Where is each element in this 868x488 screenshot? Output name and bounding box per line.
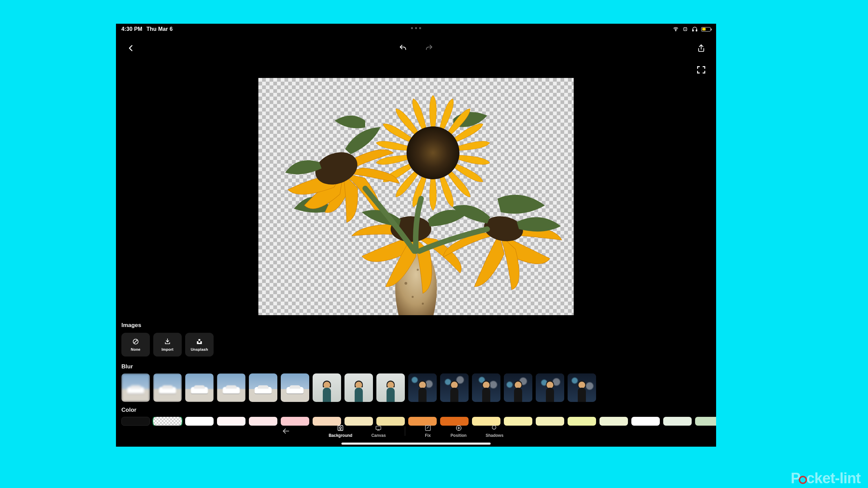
blur-thumb[interactable] <box>185 373 214 402</box>
svg-rect-15 <box>198 339 200 341</box>
blur-thumb[interactable] <box>344 373 373 402</box>
blur-thumb[interactable] <box>281 373 309 402</box>
svg-rect-19 <box>376 426 381 430</box>
tab-background[interactable]: Background <box>329 424 352 438</box>
wifi-icon <box>673 26 679 32</box>
tab-fix-label: Fix <box>425 433 431 438</box>
blur-thumb[interactable] <box>313 373 341 402</box>
share-button[interactable] <box>696 43 707 54</box>
tab-position[interactable]: Position <box>451 424 467 438</box>
blur-thumb[interactable] <box>217 373 245 402</box>
blur-thumb[interactable] <box>376 373 405 402</box>
status-left: 4:30 PM Thu Mar 6 <box>121 26 173 32</box>
svg-point-7 <box>412 296 414 298</box>
tab-canvas[interactable]: Canvas <box>371 424 386 438</box>
status-bar: 4:30 PM Thu Mar 6 <box>116 24 716 35</box>
fullscreen-button[interactable] <box>696 64 707 75</box>
status-time: 4:30 PM <box>121 26 142 32</box>
rotation-lock-icon <box>682 26 688 32</box>
blur-thumb[interactable] <box>536 373 564 402</box>
images-import-label: Import <box>161 347 173 351</box>
images-section-label: Images <box>121 322 711 329</box>
blur-thumb[interactable] <box>472 373 500 402</box>
svg-point-0 <box>675 30 676 31</box>
tab-shadows-label: Shadows <box>486 433 504 438</box>
svg-point-18 <box>339 427 341 429</box>
undo-button[interactable] <box>398 43 409 54</box>
battery-icon <box>701 27 711 32</box>
toolbar-back-button[interactable] <box>280 426 291 436</box>
tab-canvas-label: Canvas <box>371 433 386 438</box>
blur-thumbnail-strip[interactable] <box>121 373 716 402</box>
tab-position-label: Position <box>451 433 467 438</box>
blur-thumb[interactable] <box>440 373 469 402</box>
redo-button[interactable] <box>423 43 434 54</box>
watermark: Pcket-lint <box>791 470 861 487</box>
multitask-pill[interactable] <box>411 27 421 29</box>
blur-thumb[interactable] <box>568 373 596 402</box>
top-toolbar <box>116 39 716 58</box>
subject-image <box>263 80 569 315</box>
headphones-icon <box>692 26 698 32</box>
images-none-button[interactable]: None <box>121 333 150 357</box>
images-unsplash-button[interactable]: Unsplash <box>185 333 214 357</box>
blur-section-label: Blur <box>121 363 716 370</box>
editor-canvas[interactable] <box>258 78 574 315</box>
svg-rect-17 <box>338 426 343 431</box>
blur-thumb[interactable] <box>504 373 532 402</box>
blur-section: Blur <box>121 363 716 402</box>
svg-point-9 <box>407 126 459 179</box>
toolbar-divider <box>405 426 405 436</box>
blur-thumb[interactable] <box>249 373 277 402</box>
blur-thumb[interactable] <box>153 373 182 402</box>
home-indicator[interactable] <box>341 443 491 445</box>
svg-point-8 <box>422 303 424 305</box>
ipad-frame: 4:30 PM Thu Mar 6 <box>116 24 716 447</box>
tab-fix[interactable]: Fix <box>424 424 432 438</box>
status-date: Thu Mar 6 <box>146 26 173 32</box>
svg-rect-20 <box>426 426 431 431</box>
color-section-label: Color <box>121 407 716 413</box>
blur-thumb[interactable] <box>121 373 150 402</box>
svg-point-23 <box>492 426 496 429</box>
bottom-toolbar: Background Canvas Fix Position Shadows <box>116 421 716 441</box>
images-unsplash-label: Unsplash <box>191 347 208 351</box>
images-section: Images None Import Unsplash <box>121 322 711 357</box>
status-right <box>673 26 711 32</box>
svg-rect-3 <box>696 30 697 32</box>
svg-point-4 <box>405 282 407 285</box>
tab-shadows[interactable]: Shadows <box>486 424 504 438</box>
blur-thumb[interactable] <box>408 373 437 402</box>
svg-point-5 <box>417 269 419 271</box>
svg-line-14 <box>134 340 138 344</box>
svg-point-22 <box>458 427 459 429</box>
tab-background-label: Background <box>329 433 352 438</box>
svg-rect-2 <box>692 30 693 32</box>
images-none-label: None <box>131 347 140 351</box>
images-import-button[interactable]: Import <box>153 333 182 357</box>
back-button[interactable] <box>125 43 136 54</box>
